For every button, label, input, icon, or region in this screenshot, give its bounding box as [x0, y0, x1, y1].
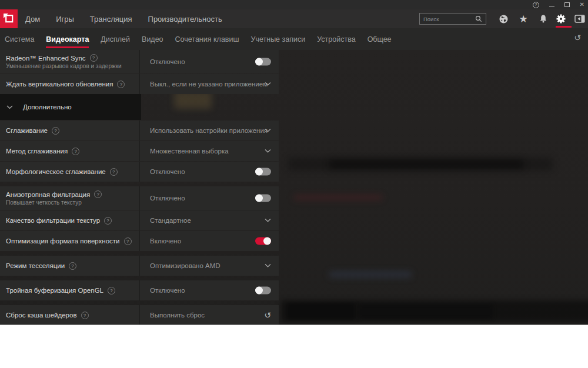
toggle-knob	[263, 237, 271, 245]
setting-label-cell: Сброс кэша шейдеров ?	[0, 305, 139, 325]
setting-label-cell: Сглаживание ?	[0, 121, 139, 140]
setting-label-cell: Оптимизация формата поверхности ?	[0, 231, 139, 251]
window-controls: ? ✕	[533, 0, 584, 9]
chevron-down-icon	[265, 149, 271, 153]
gear-icon[interactable]	[554, 12, 568, 26]
main-navbar: Дом Игры Трансляция Производительность П…	[0, 9, 588, 28]
active-icon-underline	[556, 26, 572, 28]
setting-value-cell[interactable]: Использовать настройки приложения	[139, 121, 279, 140]
setting-label-cell: Ждать вертикального обновления ?	[0, 74, 139, 94]
tab-graphics[interactable]: Видеокарта	[46, 35, 89, 44]
side-panel-icon[interactable]	[573, 12, 587, 26]
setting-label: Оптимизация формата поверхности	[6, 237, 120, 245]
help-icon[interactable]: ?	[52, 127, 59, 135]
settings-list: Radeon™ Enhanced Sync ? Уменьшение разры…	[0, 50, 279, 325]
setting-label: Морфологическое сглаживание	[6, 168, 106, 175]
restore-defaults-icon[interactable]: ↺	[574, 34, 581, 42]
setting-label-cell: Качество фильтрации текстур ?	[0, 210, 139, 230]
nav-item-games[interactable]: Игры	[56, 15, 74, 24]
setting-control	[265, 82, 271, 86]
close-icon[interactable]: ✕	[580, 2, 584, 8]
setting-value: Выкл., если не указано приложением	[150, 81, 268, 88]
toggle-switch[interactable]	[255, 58, 271, 66]
help-icon[interactable]: ?	[69, 262, 76, 270]
setting-value-cell: Отключено	[139, 280, 279, 300]
amd-arrow-icon	[3, 13, 15, 25]
setting-value: Отключено	[150, 287, 185, 294]
setting-control	[255, 287, 271, 295]
backdrop-blob	[329, 272, 412, 277]
minimize-icon[interactable]	[549, 2, 554, 8]
backdrop-blob	[287, 303, 355, 319]
toggle-switch[interactable]	[255, 168, 271, 176]
maximize-icon[interactable]	[564, 2, 570, 7]
help-icon[interactable]: ?	[110, 168, 118, 176]
help-icon[interactable]: ?	[124, 237, 132, 245]
search-input[interactable]: Поиск	[419, 13, 486, 25]
setting-value: Множественная выборка	[150, 148, 229, 155]
setting-label-cell: Метод сглаживания ?	[0, 141, 139, 161]
tab-system[interactable]: Система	[5, 35, 34, 44]
setting-value-cell[interactable]: Множественная выборка	[139, 141, 279, 161]
setting-label-cell: Тройная буферизация OpenGL ?	[0, 280, 139, 300]
tab-devices[interactable]: Устройства	[317, 35, 355, 44]
setting-row: Ждать вертикального обновления ? Выкл., …	[0, 74, 279, 94]
help-icon[interactable]: ?	[104, 217, 112, 225]
tab-general[interactable]: Общее	[368, 35, 392, 44]
tab-video[interactable]: Видео	[142, 35, 163, 44]
setting-control	[265, 129, 271, 133]
setting-sublabel: Повышает четкость текстур	[6, 199, 139, 206]
setting-control	[255, 195, 271, 202]
setting-control	[255, 237, 271, 245]
setting-value: Выполнить сброс	[150, 312, 205, 319]
setting-label: Сглаживание	[6, 127, 48, 134]
setting-value-cell[interactable]: Выкл., если не указано приложением	[139, 74, 279, 94]
chevron-down-icon	[265, 219, 271, 223]
bell-icon[interactable]	[536, 12, 550, 26]
window-help-icon[interactable]: ?	[533, 2, 539, 8]
setting-sublabel: Уменьшение разрывов кадров и задержки	[6, 63, 139, 69]
toggle-knob	[255, 58, 263, 66]
star-icon[interactable]: ★	[516, 12, 530, 26]
setting-value-cell[interactable]: Стандартное	[139, 210, 279, 230]
nav-item-home[interactable]: Дом	[25, 15, 40, 24]
setting-label: Сброс кэша шейдеров	[6, 312, 77, 319]
tab-display[interactable]: Дисплей	[101, 35, 130, 44]
globe-icon[interactable]	[496, 12, 510, 26]
help-icon[interactable]: ?	[90, 54, 98, 62]
titlebar: ? ✕	[0, 0, 588, 9]
setting-control	[265, 264, 271, 268]
reset-icon[interactable]: ↺	[264, 311, 271, 319]
setting-row: Radeon™ Enhanced Sync ? Уменьшение разры…	[0, 50, 279, 73]
setting-label-cell: Морфологическое сглаживание ?	[0, 162, 139, 182]
toggle-switch[interactable]	[255, 237, 271, 245]
chevron-down-icon	[265, 129, 271, 133]
nav-item-performance[interactable]: Производительность	[148, 15, 222, 24]
setting-value-cell: Отключено	[139, 186, 279, 210]
help-icon[interactable]: ?	[108, 287, 115, 295]
setting-value: Включено	[150, 237, 181, 245]
search-placeholder: Поиск	[423, 16, 439, 22]
tab-hotkeys[interactable]: Сочетания клавиш	[175, 35, 239, 44]
setting-value: Стандартное	[150, 217, 191, 224]
setting-value-cell: Отключено	[139, 162, 279, 182]
setting-value-cell[interactable]: Выполнить сброс ↺	[139, 305, 279, 325]
setting-label: Режим тесселяции	[6, 262, 65, 269]
setting-label: Radeon™ Enhanced Sync	[6, 55, 86, 62]
toggle-switch[interactable]	[255, 287, 271, 295]
help-icon[interactable]: ?	[94, 190, 102, 198]
help-icon[interactable]: ?	[81, 312, 89, 319]
nav-item-streaming[interactable]: Трансляция	[90, 15, 132, 24]
setting-label-cell: Radeon™ Enhanced Sync ? Уменьшение разры…	[0, 50, 139, 73]
advanced-expander[interactable]: Дополнительно	[0, 94, 141, 120]
setting-value-cell[interactable]: Оптимизировано AMD	[139, 256, 279, 276]
setting-label: Метод сглаживания	[6, 148, 68, 155]
amd-logo[interactable]	[0, 9, 18, 28]
tab-accounts[interactable]: Учетные записи	[251, 35, 306, 44]
setting-row: Сглаживание ? Использовать настройки при…	[0, 121, 279, 140]
setting-value: Отключено	[150, 168, 185, 175]
help-icon[interactable]: ?	[117, 81, 125, 88]
toggle-switch[interactable]	[255, 195, 271, 202]
setting-label-cell: Анизотропная фильтрация ? Повышает четко…	[0, 186, 139, 210]
help-icon[interactable]: ?	[72, 148, 79, 155]
